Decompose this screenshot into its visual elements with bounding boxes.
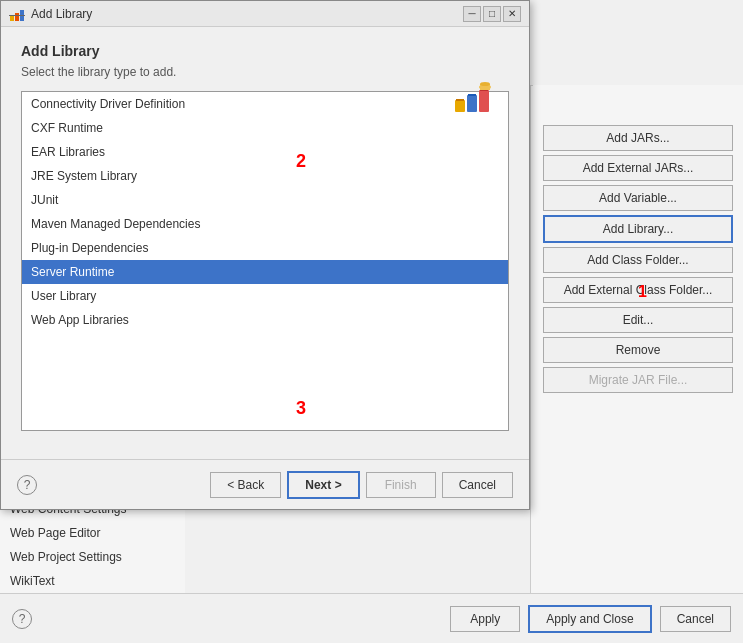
dialog-title-icon — [9, 6, 25, 22]
dialog-close-btn[interactable]: ✕ — [503, 6, 521, 22]
sidebar-item-wikitext[interactable]: WikiText — [0, 569, 185, 593]
books-icon — [453, 75, 493, 115]
svg-rect-7 — [468, 94, 476, 96]
bottom-help-button[interactable]: ? — [12, 609, 32, 629]
dialog-btn-group: < Back Next > Finish Cancel — [210, 471, 513, 499]
svg-point-12 — [480, 82, 490, 86]
step-3-annotation: 3 — [296, 398, 306, 419]
bottom-cancel-button[interactable]: Cancel — [660, 606, 731, 632]
svg-rect-4 — [455, 100, 465, 112]
library-list-item-7[interactable]: Server Runtime — [22, 260, 508, 284]
library-list: Connectivity Driver DefinitionCXF Runtim… — [21, 91, 509, 431]
dialog-heading: Add Library — [21, 43, 509, 59]
library-list-item-5[interactable]: Maven Managed Dependencies — [22, 212, 508, 236]
svg-rect-0 — [10, 16, 14, 21]
right-panel: Add JARs... Add External JARs... Add Var… — [533, 85, 743, 593]
library-list-item-4[interactable]: JUnit — [22, 188, 508, 212]
dialog-titlebar: Add Library ─ □ ✕ — [1, 1, 529, 27]
svg-rect-8 — [479, 90, 489, 112]
dialog-title-text: Add Library — [31, 7, 92, 21]
finish-button[interactable]: Finish — [366, 472, 436, 498]
library-list-item-1[interactable]: CXF Runtime — [22, 116, 508, 140]
back-button[interactable]: < Back — [210, 472, 281, 498]
dialog-body: Add Library Select the library type to a… — [1, 27, 529, 447]
remove-button[interactable]: Remove — [543, 337, 733, 363]
dialog-title-area: Add Library — [9, 6, 92, 22]
add-jars-button[interactable]: Add JARs... — [543, 125, 733, 151]
library-list-item-6[interactable]: Plug-in Dependencies — [22, 236, 508, 260]
svg-rect-3 — [9, 15, 25, 16]
migrate-jar-button[interactable]: Migrate JAR File... — [543, 367, 733, 393]
svg-rect-6 — [467, 95, 477, 112]
dialog-maximize-btn[interactable]: □ — [483, 6, 501, 22]
sidebar-item-web-page-editor[interactable]: Web Page Editor — [0, 521, 185, 545]
title-controls: ─ □ ✕ — [463, 6, 521, 22]
dialog-subtitle: Select the library type to add. — [21, 65, 509, 79]
add-class-folder-button[interactable]: Add Class Folder... — [543, 247, 733, 273]
sidebar-bottom: Web Content Settings Web Page Editor Web… — [0, 497, 185, 593]
step-2-annotation: 2 — [296, 151, 306, 172]
svg-rect-1 — [15, 13, 19, 21]
library-list-item-9[interactable]: Web App Libraries — [22, 308, 508, 332]
apply-button[interactable]: Apply — [450, 606, 520, 632]
next-button[interactable]: Next > — [287, 471, 359, 499]
apply-close-button[interactable]: Apply and Close — [528, 605, 651, 633]
dialog-minimize-btn[interactable]: ─ — [463, 6, 481, 22]
add-library-dialog: Add Library ─ □ ✕ Add Li — [0, 0, 530, 510]
step-1-annotation: 1 — [638, 283, 647, 301]
edit-button[interactable]: Edit... — [543, 307, 733, 333]
add-external-jars-button[interactable]: Add External JARs... — [543, 155, 733, 181]
dialog-buttons: ? < Back Next > Finish Cancel — [1, 459, 529, 509]
library-list-item-8[interactable]: User Library — [22, 284, 508, 308]
library-list-item-2[interactable]: EAR Libraries — [22, 140, 508, 164]
library-list-item-3[interactable]: JRE System Library — [22, 164, 508, 188]
svg-rect-5 — [456, 99, 464, 101]
library-list-item-0[interactable]: Connectivity Driver Definition — [22, 92, 508, 116]
sidebar-item-web-project[interactable]: Web Project Settings — [0, 545, 185, 569]
add-variable-button[interactable]: Add Variable... — [543, 185, 733, 211]
cancel-button[interactable]: Cancel — [442, 472, 513, 498]
help-button[interactable]: ? — [17, 475, 37, 495]
add-library-button[interactable]: Add Library... — [543, 215, 733, 243]
bottom-bar: ? Apply Apply and Close Cancel — [0, 593, 743, 643]
